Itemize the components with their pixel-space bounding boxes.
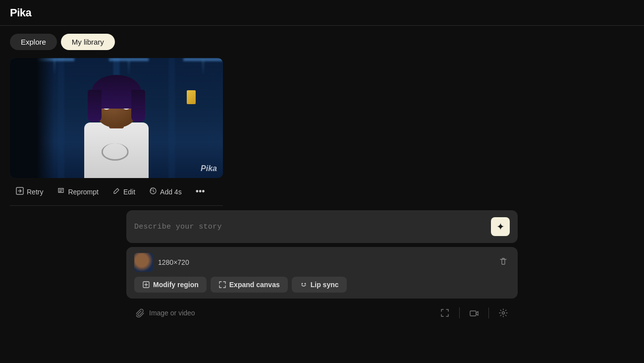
fullscreen-button[interactable] (438, 306, 451, 319)
attach-label: Image or video (149, 309, 195, 317)
submit-icon: ✦ (496, 221, 505, 233)
retry-icon (16, 187, 24, 197)
svg-point-4 (304, 283, 306, 285)
nav-tabs: Explore My library (0, 26, 644, 58)
more-options-button[interactable]: ••• (191, 183, 210, 200)
reprompt-label: Reprompt (68, 188, 98, 196)
bottom-toolbar: Image or video (126, 302, 518, 323)
reprompt-button[interactable]: Reprompt (51, 183, 104, 200)
add4s-icon (149, 187, 157, 197)
tab-explore[interactable]: Explore (10, 34, 57, 50)
tab-my-library[interactable]: My library (61, 34, 115, 50)
camera-button[interactable] (468, 306, 481, 319)
character-scene: Pika (10, 58, 223, 178)
left-silhouette (10, 58, 54, 178)
app-logo: Pika (10, 6, 31, 19)
svg-rect-5 (470, 311, 476, 316)
action-toolbar: Retry Reprompt Edit Add 4s ••• (10, 178, 223, 206)
add4s-label: Add 4s (160, 188, 182, 196)
modify-region-label: Modify region (153, 281, 199, 289)
lip-sync-button[interactable]: Lip sync (292, 277, 347, 293)
settings-button[interactable] (497, 306, 510, 319)
prompt-area: ✦ 1280×720 Modify region Expand canvas (126, 210, 518, 323)
lip-sync-label: Lip sync (311, 281, 339, 289)
toolbar-divider-1 (459, 307, 460, 318)
modify-region-button[interactable]: Modify region (134, 277, 207, 293)
video-watermark: Pika (201, 164, 217, 173)
media-thumb-inner (134, 253, 153, 272)
ceiling-light-2 (109, 58, 149, 61)
video-thumbnail[interactable]: Pika (10, 58, 223, 178)
retry-label: Retry (27, 188, 43, 196)
delete-media-button[interactable] (497, 255, 510, 270)
media-thumb (134, 253, 153, 272)
edit-icon (112, 187, 120, 197)
attach-button[interactable]: Image or video (134, 306, 197, 319)
main-content: Pika Retry Reprompt Edit Ad (0, 58, 644, 206)
prompt-input-container: ✦ (126, 210, 518, 243)
video-card: Pika (10, 58, 223, 178)
edit-label: Edit (123, 188, 135, 196)
character (67, 69, 166, 178)
prompt-input[interactable] (134, 223, 491, 231)
expand-canvas-label: Expand canvas (229, 281, 280, 289)
char-hair-right (131, 90, 145, 122)
reprompt-icon (57, 187, 65, 197)
char-hair (92, 75, 141, 109)
more-icon: ••• (196, 186, 205, 196)
prompt-submit-button[interactable]: ✦ (491, 217, 510, 236)
char-hair-left (88, 90, 102, 122)
wall-sign (187, 90, 196, 104)
media-card-header: 1280×720 (134, 253, 510, 272)
retry-button[interactable]: Retry (10, 183, 49, 200)
svg-point-3 (301, 283, 303, 285)
media-actions: Modify region Expand canvas Lip sync (134, 277, 510, 293)
edit-button[interactable]: Edit (107, 183, 141, 200)
ceiling-light-3 (183, 58, 223, 61)
media-dimensions: 1280×720 (158, 258, 189, 266)
svg-point-6 (502, 312, 505, 314)
media-info: 1280×720 (134, 253, 189, 272)
add4s-button[interactable]: Add 4s (143, 183, 188, 200)
media-card: 1280×720 Modify region Expand canvas Lip… (126, 247, 518, 299)
char-stethoscope (102, 143, 129, 161)
header: Pika (0, 0, 644, 26)
toolbar-divider-2 (488, 307, 489, 318)
expand-canvas-button[interactable]: Expand canvas (211, 277, 288, 293)
